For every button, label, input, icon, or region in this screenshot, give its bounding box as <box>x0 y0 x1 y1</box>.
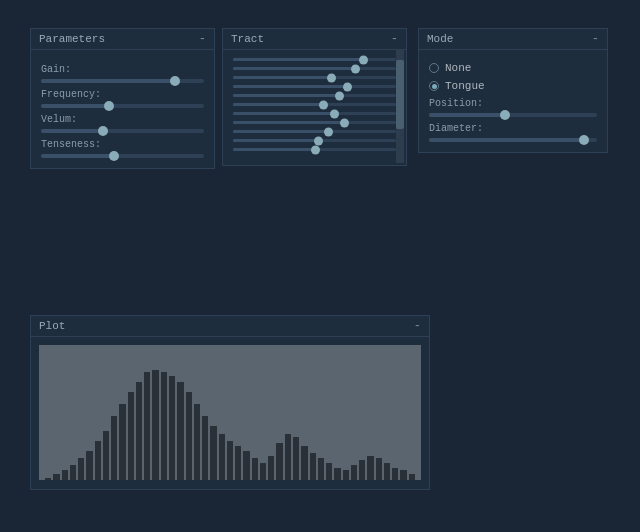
tract-slider-thumb-10[interactable] <box>311 145 320 154</box>
tract-slider-track-9[interactable] <box>233 139 396 142</box>
tract-slider-fill-1 <box>233 67 355 70</box>
tract-slider-fill-0 <box>233 58 363 61</box>
mode-panel: Mode - NoneTonguePosition:Diameter: <box>418 28 608 153</box>
tract-slider-row-6 <box>233 112 396 115</box>
tract-slider-row-10 <box>233 148 396 151</box>
bar <box>219 434 225 480</box>
position-slider-track[interactable] <box>429 113 597 117</box>
bar <box>301 446 307 480</box>
bar <box>177 382 183 480</box>
bar <box>235 446 241 480</box>
parameters-header: Parameters - <box>31 29 214 50</box>
bar <box>53 474 59 480</box>
diameter-label: Diameter: <box>429 123 597 134</box>
bar <box>119 404 125 480</box>
bar <box>318 458 324 480</box>
tract-slider-thumb-2[interactable] <box>327 73 336 82</box>
param-slider-track-1[interactable] <box>41 104 204 108</box>
bar <box>186 392 192 480</box>
radio-outer-1 <box>429 81 439 91</box>
param-slider-thumb-3[interactable] <box>109 151 119 161</box>
tract-slider-track-5[interactable] <box>233 103 396 106</box>
tract-slider-track-7[interactable] <box>233 121 396 124</box>
param-slider-thumb-0[interactable] <box>170 76 180 86</box>
bar <box>128 392 134 480</box>
parameters-title: Parameters <box>39 33 105 45</box>
bar <box>169 376 175 480</box>
bar <box>243 451 249 480</box>
tract-minimize-button[interactable]: - <box>391 33 398 45</box>
bar <box>227 441 233 480</box>
mode-minimize-button[interactable]: - <box>592 33 599 45</box>
position-slider-thumb[interactable] <box>500 110 510 120</box>
param-slider-thumb-1[interactable] <box>104 101 114 111</box>
tract-slider-fill-5 <box>233 103 323 106</box>
tract-slider-row-3 <box>233 85 396 88</box>
tract-slider-thumb-9[interactable] <box>314 136 323 145</box>
parameters-minimize-button[interactable]: - <box>199 33 206 45</box>
bar <box>103 431 109 480</box>
bar <box>194 404 200 480</box>
tract-slider-row-1 <box>233 67 396 70</box>
tract-slider-track-6[interactable] <box>233 112 396 115</box>
tract-slider-thumb-6[interactable] <box>330 109 339 118</box>
tract-slider-track-1[interactable] <box>233 67 396 70</box>
bar <box>95 441 101 480</box>
param-slider-track-3[interactable] <box>41 154 204 158</box>
tract-slider-track-10[interactable] <box>233 148 396 151</box>
position-slider-fill <box>429 113 505 117</box>
tract-scrollbar-thumb[interactable] <box>396 60 404 128</box>
tract-slider-track-4[interactable] <box>233 94 396 97</box>
bar <box>252 458 258 480</box>
mode-option-tongue[interactable]: Tongue <box>429 80 597 92</box>
tract-slider-thumb-7[interactable] <box>340 118 349 127</box>
tract-slider-row-2 <box>233 76 396 79</box>
tract-slider-fill-8 <box>233 130 328 133</box>
param-label-1: Frequency: <box>41 89 204 100</box>
diameter-slider-thumb[interactable] <box>579 135 589 145</box>
param-label-2: Velum: <box>41 114 204 125</box>
mode-title: Mode <box>427 33 453 45</box>
tract-slider-track-8[interactable] <box>233 130 396 133</box>
tract-slider-track-3[interactable] <box>233 85 396 88</box>
tract-slider-thumb-3[interactable] <box>343 82 352 91</box>
bar <box>384 463 390 480</box>
plot-area <box>39 345 421 480</box>
bar <box>285 434 291 480</box>
bar <box>161 372 167 480</box>
tract-slider-thumb-5[interactable] <box>319 100 328 109</box>
tract-slider-track-2[interactable] <box>233 76 396 79</box>
bar <box>359 460 365 480</box>
param-slider-thumb-2[interactable] <box>98 126 108 136</box>
bar <box>268 456 274 480</box>
tract-slider-fill-4 <box>233 94 339 97</box>
bar <box>62 470 68 480</box>
bar <box>376 458 382 480</box>
tract-slider-thumb-1[interactable] <box>351 64 360 73</box>
param-slider-track-2[interactable] <box>41 129 204 133</box>
bar <box>78 458 84 480</box>
mode-option-none[interactable]: None <box>429 62 597 74</box>
diameter-slider-track[interactable] <box>429 138 597 142</box>
param-slider-fill-3 <box>41 154 114 158</box>
parameters-panel: Parameters - Gain:Frequency:Velum:Tensen… <box>30 28 215 169</box>
param-slider-track-0[interactable] <box>41 79 204 83</box>
bar <box>351 465 357 480</box>
bar <box>86 451 92 480</box>
tract-slider-track-0[interactable] <box>233 58 396 61</box>
tract-slider-thumb-4[interactable] <box>335 91 344 100</box>
tract-slider-thumb-8[interactable] <box>324 127 333 136</box>
mode-header: Mode - <box>419 29 607 50</box>
tract-slider-row-4 <box>233 94 396 97</box>
bar-chart <box>39 345 421 480</box>
tract-slider-thumb-0[interactable] <box>359 55 368 64</box>
bar <box>136 382 142 480</box>
mode-option-label-0: None <box>445 62 471 74</box>
bar <box>70 465 76 480</box>
plot-minimize-button[interactable]: - <box>414 320 421 332</box>
parameters-content: Gain:Frequency:Velum:Tenseness: <box>31 50 214 168</box>
plot-header: Plot - <box>31 316 429 337</box>
bar <box>392 468 398 480</box>
param-slider-fill-1 <box>41 104 109 108</box>
tract-slider-fill-7 <box>233 121 344 124</box>
